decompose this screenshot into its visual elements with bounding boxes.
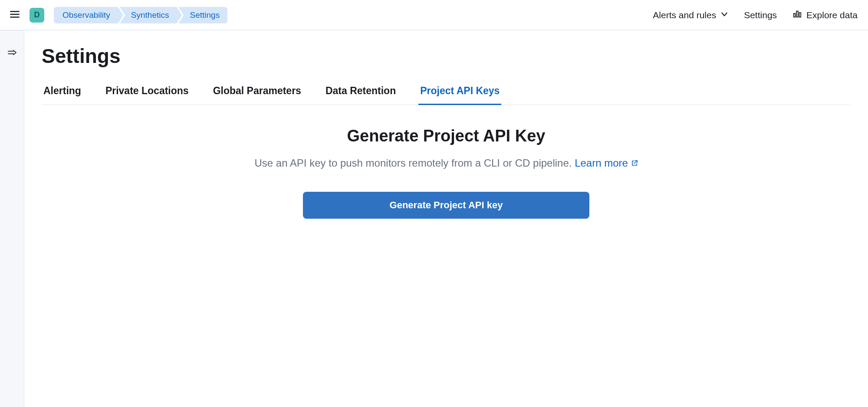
settings-link-label: Settings — [744, 10, 777, 20]
top-bar-left: D Observability Synthetics Settings — [7, 7, 229, 23]
settings-link[interactable]: Settings — [744, 10, 777, 20]
project-api-keys-panel: Generate Project API Key Use an API key … — [233, 127, 659, 219]
chevron-down-icon — [720, 10, 728, 20]
breadcrumb-observability[interactable]: Observability — [54, 7, 118, 23]
panel-description-text: Use an API key to push monitors remotely… — [254, 157, 572, 169]
explore-link-label: Explore data — [806, 10, 858, 20]
explore-data-link[interactable]: Explore data — [792, 9, 858, 21]
space-avatar[interactable]: D — [30, 8, 44, 23]
svg-rect-3 — [794, 13, 796, 17]
external-link-icon — [631, 157, 638, 169]
learn-more-link[interactable]: Learn more — [575, 157, 638, 169]
settings-tabs: Alerting Private Locations Global Parame… — [42, 82, 851, 105]
tab-data-retention[interactable]: Data Retention — [324, 82, 398, 105]
collapsed-side-nav — [0, 30, 24, 407]
page-title: Settings — [42, 44, 851, 68]
panel-heading: Generate Project API Key — [233, 127, 659, 145]
svg-rect-4 — [796, 11, 798, 17]
tab-private-locations[interactable]: Private Locations — [104, 82, 191, 105]
svg-rect-5 — [799, 13, 801, 17]
breadcrumbs: Observability Synthetics Settings — [54, 7, 229, 23]
top-bar: D Observability Synthetics Settings Aler… — [0, 0, 868, 30]
panel-description: Use an API key to push monitors remotely… — [233, 155, 659, 171]
tab-alerting[interactable]: Alerting — [42, 82, 83, 105]
tab-project-api-keys[interactable]: Project API Keys — [418, 82, 501, 105]
expand-arrow-icon — [7, 52, 17, 59]
hamburger-icon — [9, 9, 20, 22]
hamburger-menu-button[interactable] — [7, 7, 23, 23]
breadcrumb-synthetics[interactable]: Synthetics — [120, 7, 177, 23]
space-avatar-letter: D — [34, 10, 40, 20]
svg-line-8 — [634, 161, 637, 164]
top-bar-right: Alerts and rules Settings Explore data — [653, 9, 858, 21]
tab-global-parameters[interactable]: Global Parameters — [211, 82, 303, 105]
visualize-icon — [792, 9, 802, 21]
alerts-label: Alerts and rules — [653, 10, 716, 20]
generate-api-key-button[interactable]: Generate Project API key — [303, 192, 589, 219]
alerts-and-rules-menu[interactable]: Alerts and rules — [653, 10, 728, 20]
main-content: Settings Alerting Private Locations Glob… — [24, 30, 868, 407]
expand-side-nav-button[interactable] — [7, 48, 17, 60]
breadcrumb-settings[interactable]: Settings — [178, 7, 227, 23]
